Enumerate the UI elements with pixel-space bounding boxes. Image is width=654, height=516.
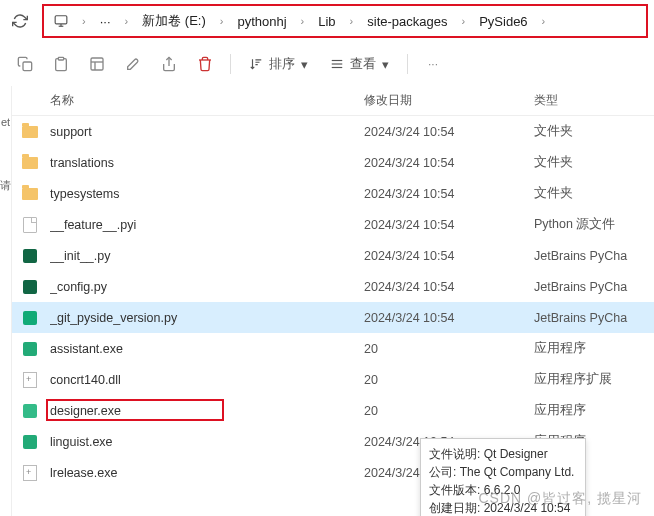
folder-icon [20,184,40,204]
file-list: support2024/3/24 10:54文件夹translations202… [12,116,654,488]
file-type: 2024/3/24 10:54 [364,249,534,263]
col-header-name[interactable]: 名称 [50,92,364,109]
refresh-button[interactable] [6,7,34,35]
file-type: 20 [364,373,534,387]
paste-icon[interactable] [82,49,112,79]
file-tooltip: 文件说明: Qt Designer 公司: The Qt Company Ltd… [420,438,586,516]
file-type: 20 [364,342,534,356]
file-row[interactable]: support2024/3/24 10:54文件夹 [12,116,654,147]
file-row[interactable]: __feature__.pyi2024/3/24 10:54Python 源文件 [12,209,654,240]
divider [230,54,231,74]
more-button[interactable]: ··· [418,49,448,79]
chevron-down-icon: ▾ [301,57,308,72]
file-row[interactable]: concrt140.dll20应用程序扩展 [12,364,654,395]
tooltip-line: 公司: The Qt Company Ltd. [429,463,577,481]
sort-button[interactable]: 排序 ▾ [241,55,316,73]
folder-icon [20,122,40,142]
file-row[interactable]: designer.exe20应用程序 [12,395,654,426]
side-text: et [1,116,10,128]
cut-icon[interactable] [10,49,40,79]
left-edge: et 请 [0,86,12,516]
breadcrumb-highlight-box [42,4,648,38]
file-type: 2024/3/24 10:54 [364,280,534,294]
pyi-file-icon [20,215,40,235]
jetbrains-py-icon [20,277,40,297]
copy-icon[interactable] [46,49,76,79]
svg-rect-4 [58,57,63,60]
svg-rect-5 [91,58,103,70]
divider [407,54,408,74]
file-name: concrt140.dll [50,373,364,387]
toolbar: 排序 ▾ 查看 ▾ ··· [0,42,654,86]
file-name: linguist.exe [50,435,364,449]
view-label: 查看 [350,55,376,73]
jetbrains-py-icon [20,246,40,266]
jetbrains-py-icon [20,308,40,328]
exe-icon [20,339,40,359]
column-headers: 名称 修改日期 类型 [12,86,654,116]
share-icon[interactable] [154,49,184,79]
file-row[interactable]: assistant.exe20应用程序 [12,333,654,364]
file-type: 20 [364,404,534,418]
trash-icon[interactable] [190,49,220,79]
file-row[interactable]: __init__.py2024/3/24 10:54JetBrains PyCh… [12,240,654,271]
file-name: _git_pyside_version.py [50,311,364,325]
file-name: __feature__.pyi [50,218,364,232]
file-type: 2024/3/24 10:54 [364,156,534,170]
sort-label: 排序 [269,55,295,73]
exe-icon [20,432,40,452]
file-row[interactable]: _config.py2024/3/24 10:54JetBrains PyCha [12,271,654,302]
dll-icon [20,463,40,483]
file-row[interactable]: typesystems2024/3/24 10:54文件夹 [12,178,654,209]
file-row[interactable]: _git_pyside_version.py2024/3/24 10:54Jet… [12,302,654,333]
file-name: designer.exe [50,404,364,418]
tooltip-line: 文件版本: 6.6.2.0 [429,481,577,499]
tooltip-line: 文件说明: Qt Designer [429,445,577,463]
view-icon [330,57,344,71]
file-name: typesystems [50,187,364,201]
file-type: 2024/3/24 10:54 [364,311,534,325]
file-type: 2024/3/24 10:54 [364,218,534,232]
col-header-type[interactable]: 类型 [534,92,654,109]
file-name: lrelease.exe [50,466,364,480]
file-name: __init__.py [50,249,364,263]
file-row[interactable]: translations2024/3/24 10:54文件夹 [12,147,654,178]
col-header-date[interactable]: 修改日期 [364,92,534,109]
file-name: support [50,125,364,139]
tooltip-line: 创建日期: 2024/3/24 10:54 [429,499,577,516]
chevron-down-icon: ▾ [382,57,389,72]
file-name: translations [50,156,364,170]
file-type: 2024/3/24 10:54 [364,187,534,201]
side-text: 请 [0,178,11,193]
folder-icon [20,153,40,173]
rename-icon[interactable] [118,49,148,79]
view-button[interactable]: 查看 ▾ [322,55,397,73]
svg-rect-3 [23,62,32,71]
dll-icon [20,370,40,390]
exe-icon [20,401,40,421]
sort-icon [249,57,263,71]
file-name: _config.py [50,280,364,294]
file-type: 2024/3/24 10:54 [364,125,534,139]
file-name: assistant.exe [50,342,364,356]
